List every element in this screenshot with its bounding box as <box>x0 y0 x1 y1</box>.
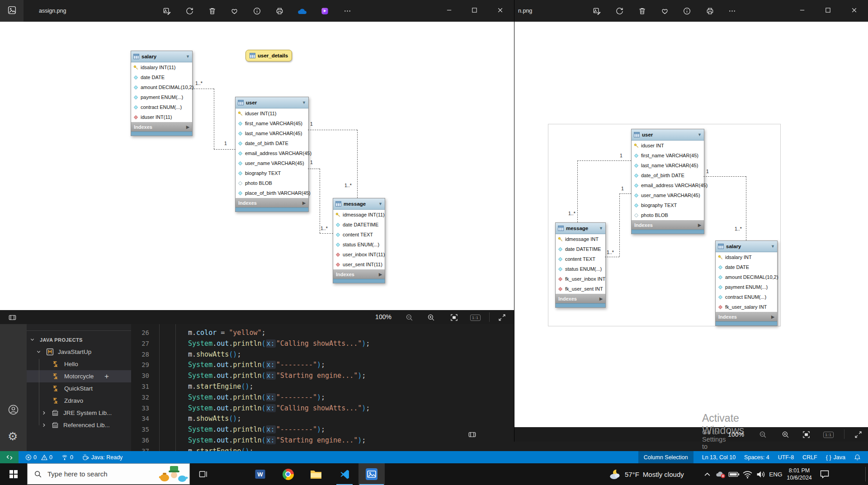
fullscreen-button[interactable] <box>849 428 867 441</box>
sidebar-item-zdravo[interactable]: Zdravo <box>27 395 131 407</box>
code-line[interactable]: 33System.out.println(x:"Calling showAtts… <box>131 403 514 414</box>
info-icon <box>683 7 691 15</box>
accounts-icon[interactable] <box>8 404 19 417</box>
code-line[interactable]: 28m.showAtts(); <box>131 349 514 360</box>
search-highlight-doodle-icon[interactable] <box>159 465 189 484</box>
edit-image-button[interactable] <box>158 2 176 20</box>
zoom-in-button[interactable] <box>422 311 440 324</box>
sidebar-item-javastartup[interactable]: JavaStartUp <box>27 346 131 358</box>
code-line[interactable]: 29System.out.println(x:"--------"); <box>131 360 514 371</box>
close-button[interactable] <box>490 0 510 20</box>
volume-icon[interactable] <box>754 463 768 485</box>
info-button[interactable] <box>248 2 266 20</box>
sidebar-item-quickstart[interactable]: QuickStart <box>27 382 131 395</box>
fit-to-window-button[interactable] <box>797 428 815 441</box>
code-text: System.out.println(x:"--------"); <box>154 393 325 401</box>
lib-icon <box>52 422 59 428</box>
language-mode[interactable]: { } Java <box>826 454 845 461</box>
er-field-row: payment ENUM(...) <box>131 92 192 102</box>
code-line[interactable]: 37m.startEngine(); <box>131 446 514 451</box>
show-desktop-divider[interactable] <box>865 467 866 481</box>
filmstrip-button[interactable] <box>3 311 21 324</box>
rotate-button[interactable] <box>610 2 628 20</box>
weather-status[interactable]: 57°F Mostly cloudy <box>625 463 693 485</box>
code-line[interactable]: 34m.showAtts(); <box>131 414 514 424</box>
clipchamp-button[interactable] <box>316 2 334 20</box>
settings-gear-icon[interactable]: ⚙ <box>8 431 18 442</box>
info-button[interactable] <box>678 2 696 20</box>
actual-size-button[interactable]: 1:1 <box>823 430 834 438</box>
print-button[interactable] <box>701 2 719 20</box>
filmstrip-button[interactable] <box>463 428 481 441</box>
delete-button[interactable] <box>633 2 651 20</box>
fit-to-window-button[interactable] <box>445 311 463 324</box>
onedrive-button[interactable] <box>293 2 311 20</box>
sidebar-item-motorcycle[interactable]: Motorcycle+ <box>27 370 131 382</box>
minimize-button[interactable] <box>792 0 812 20</box>
rotate-button[interactable] <box>180 2 198 20</box>
notifications-bell-icon[interactable] <box>854 454 861 461</box>
language-indicator[interactable]: ENG <box>768 463 784 485</box>
favorite-button[interactable] <box>656 2 674 20</box>
actual-size-button[interactable]: 1:1 <box>470 313 481 321</box>
taskbar-search-input[interactable]: Type here to search <box>27 463 190 485</box>
line-number: 34 <box>131 414 149 424</box>
code-line[interactable]: 30System.out.println(x:"Starting engine.… <box>131 371 514 381</box>
photos-app-button[interactable] <box>0 0 24 22</box>
code-line[interactable]: 31m.startEngine(); <box>131 381 514 392</box>
cursor-position[interactable]: Ln 13, Col 10 <box>702 454 736 461</box>
weather-icon[interactable] <box>608 463 623 485</box>
ports-indicator[interactable]: 0 <box>60 451 74 463</box>
taskbar-vscode-button[interactable] <box>335 463 354 485</box>
sidebar-item-jre-system-lib-[interactable]: JRE System Lib... <box>27 407 131 419</box>
er-field-text: status ENUM(...) <box>343 242 379 247</box>
action-center-icon[interactable] <box>816 463 833 485</box>
encoding-setting[interactable]: UTF-8 <box>778 454 794 461</box>
close-button[interactable] <box>844 0 864 20</box>
minimize-button[interactable] <box>439 0 459 20</box>
maximize-button[interactable] <box>464 0 485 20</box>
code-line[interactable]: 26m.color = "yellow"; <box>131 328 514 339</box>
sidebar-item-referenced-lib-[interactable]: Referenced Lib... <box>27 419 131 431</box>
see-more-button[interactable] <box>338 2 356 20</box>
edit-image-button[interactable] <box>588 2 606 20</box>
taskbar-chrome-button[interactable] <box>278 463 298 485</box>
delete-button[interactable] <box>203 2 221 20</box>
code-line[interactable]: 35System.out.println(x:"--------"); <box>131 424 514 435</box>
taskbar-photos-button[interactable] <box>359 463 385 485</box>
eol-setting[interactable]: CRLF <box>802 454 817 461</box>
java-status[interactable]: Java: Ready <box>81 451 123 463</box>
favorite-button[interactable] <box>225 2 243 20</box>
zoom-out-button[interactable] <box>754 428 772 441</box>
onedrive-error-icon[interactable] <box>713 463 727 485</box>
column-selection-mode[interactable]: Column Selection <box>638 451 693 463</box>
print-button[interactable] <box>270 2 288 20</box>
problems-indicator[interactable]: 0 0 <box>24 451 53 463</box>
taskbar-clock[interactable]: 8:01 PM 10/6/2024 <box>783 463 816 485</box>
start-button[interactable] <box>0 463 27 485</box>
indentation-setting[interactable]: Spaces: 4 <box>744 454 769 461</box>
code-line[interactable]: 27System.out.println(x:"Calling showAtts… <box>131 339 514 349</box>
line-number: 33 <box>131 403 149 414</box>
code-editor[interactable]: 26m.color = "yellow";27System.out.printl… <box>131 324 514 451</box>
wifi-icon[interactable] <box>741 463 754 485</box>
remote-indicator[interactable] <box>0 451 19 463</box>
er-field-text: date DATE <box>141 75 165 80</box>
sidebar-item-hello[interactable]: Hello <box>27 358 131 370</box>
er-field-text: idmessage INT <box>565 236 599 242</box>
task-view-button[interactable] <box>194 463 212 485</box>
taskbar-word-button[interactable]: W <box>250 463 270 485</box>
fullscreen-button[interactable] <box>493 311 511 324</box>
maximize-button[interactable] <box>817 0 838 20</box>
see-more-button[interactable] <box>723 2 741 20</box>
zoom-in-button[interactable] <box>776 428 794 441</box>
battery-icon[interactable] <box>727 463 741 485</box>
sidebar-section-java-projects[interactable]: JAVA PROJECTS <box>27 334 131 346</box>
tray-expand-chevron-icon[interactable] <box>701 463 713 485</box>
taskbar-file-explorer-button[interactable] <box>306 463 326 485</box>
code-line[interactable]: 36System.out.println(x:"Starting engine.… <box>131 435 514 446</box>
zoom-out-button[interactable] <box>400 311 418 324</box>
table-icon <box>558 226 564 231</box>
add-icon[interactable]: + <box>104 372 109 381</box>
code-line[interactable]: 32System.out.println(x:"--------"); <box>131 392 514 403</box>
